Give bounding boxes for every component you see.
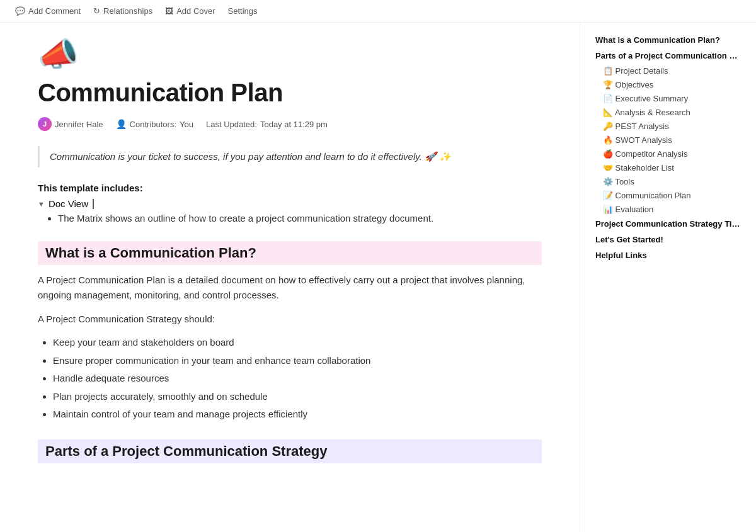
quote-block: Communication is your ticket to success,… [38,146,542,167]
toc-item-sub[interactable]: 📄 Executive Summary [590,92,746,105]
cursor [93,199,94,209]
last-updated-value: Today at 11:29 pm [260,120,328,129]
main-layout: 📣 Communication Plan J Jennifer Hale 👤 C… [0,23,756,532]
author-name: Jennifer Hale [55,120,103,129]
toc-item-sub[interactable]: 🏆 Objectives [590,78,746,91]
toolbar: 💬 Add Comment ↻ Relationships 🖼 Add Cove… [0,0,756,23]
strategy-item-2: Ensure proper communication in your team… [53,354,542,368]
contributors-icon: 👤 [116,119,127,129]
comment-icon: 💬 [15,6,25,16]
toggle-arrow-icon: ▼ [38,200,45,208]
toc-item-top[interactable]: Let's Get Started! [590,232,746,247]
avatar: J [38,117,52,131]
add-cover-button[interactable]: 🖼 Add Cover [165,6,215,16]
toc-item-sub[interactable]: 📊 Evaluation [590,203,746,216]
contributors-value: You [180,120,193,129]
toc-item-top[interactable]: Project Communication Strategy Tips! [590,217,746,231]
page-title: Communication Plan [38,79,542,107]
settings-button[interactable]: Settings [228,6,258,16]
strategy-item-4: Plan projects accurately, smoothly and o… [53,390,542,404]
section2-heading: Parts of a Project Communication Strateg… [38,439,542,463]
toc-item-sub[interactable]: 📝 Communication Plan [590,189,746,202]
meta-row: J Jennifer Hale 👤 Contributors: You Last… [38,117,542,131]
toc-item-sub[interactable]: 🍎 Competitor Analysis [590,147,746,161]
template-section: This template includes: ▼ Doc View The M… [38,183,542,224]
toc-item-top[interactable]: Helpful Links [590,248,746,263]
section1-strategy-intro: A Project Communication Strategy should: [38,312,542,327]
image-icon: 🖼 [165,6,173,16]
section1-heading: What is a Communication Plan? [38,241,542,265]
page-icon: 📣 [38,35,542,74]
toc-item-sub[interactable]: 🔑 PEST Analysis [590,120,746,133]
doc-view-label: Doc View [49,198,88,209]
last-updated-item: Last Updated: Today at 11:29 pm [206,120,328,129]
template-bullet-1: The Matrix shows an outline of how to cr… [58,213,542,224]
section1-p1: A Project Communication Plan is a detail… [38,273,542,303]
doc-view-toggle[interactable]: ▼ Doc View [38,198,542,209]
table-of-contents: What is a Communication Plan?Parts of a … [580,23,756,532]
strategy-bullet-list: Keep your team and stakeholders on board… [53,336,542,422]
strategy-item-5: Maintain control of your team and manage… [53,407,542,422]
strategy-item-3: Handle adequate resources [53,371,542,386]
relationships-button[interactable]: ↻ Relationships [93,6,152,16]
toc-item-sub[interactable]: 🤝 Stakeholder List [590,161,746,174]
toc-item-top[interactable]: Parts of a Project Communication St... [590,48,746,63]
last-updated-label: Last Updated: [206,120,257,129]
content-area: 📣 Communication Plan J Jennifer Hale 👤 C… [0,23,580,532]
quote-text: Communication is your ticket to success,… [50,151,451,162]
strategy-item-1: Keep your team and stakeholders on board [53,336,542,350]
toc-item-sub[interactable]: 📐 Analysis & Research [590,106,746,119]
toc-item-sub[interactable]: 📋 Project Details [590,64,746,77]
toc-item-sub[interactable]: 🔥 SWOT Analysis [590,133,746,147]
contributors-label: Contributors: [130,120,176,129]
add-comment-button[interactable]: 💬 Add Comment [15,6,81,16]
template-heading: This template includes: [38,183,542,193]
author-item: J Jennifer Hale [38,117,103,131]
template-bullet-list: The Matrix shows an outline of how to cr… [58,213,542,224]
contributors-item: 👤 Contributors: You [116,119,193,129]
toc-item-sub[interactable]: ⚙️ Tools [590,175,746,188]
toc-item-top[interactable]: What is a Communication Plan? [590,33,746,47]
relationships-icon: ↻ [93,6,100,16]
